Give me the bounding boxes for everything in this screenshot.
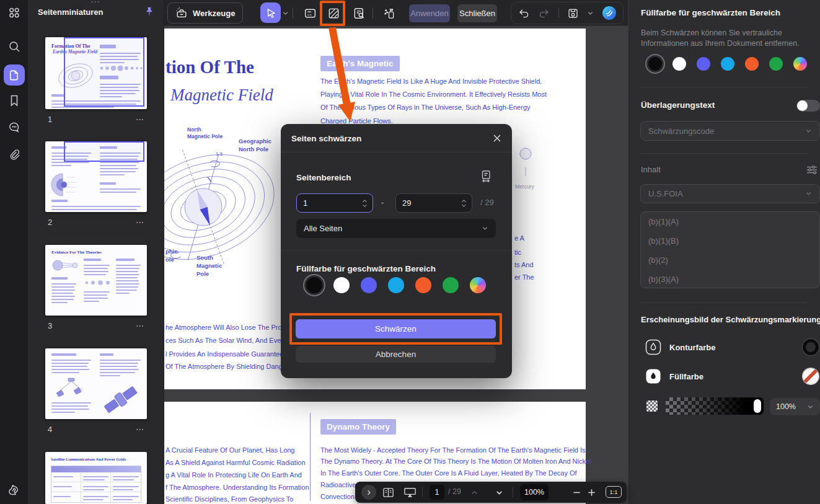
color-swatch-cyan[interactable] bbox=[388, 277, 404, 293]
page-menu-button[interactable]: ⋯ bbox=[136, 425, 144, 434]
mercury-diagram bbox=[518, 146, 534, 177]
redact-text-tool-icon[interactable] bbox=[301, 4, 319, 22]
opacity-slider-knob[interactable] bbox=[754, 399, 761, 413]
outline-color-icon bbox=[645, 339, 661, 355]
color-swatch-custom[interactable] bbox=[470, 277, 486, 293]
label-geographic-north-pole: GeographicNorth Pole bbox=[239, 138, 271, 154]
color-swatch-custom[interactable] bbox=[793, 57, 807, 71]
page-total: / 29 bbox=[448, 487, 461, 496]
dialog-title: Seiten schwärzen bbox=[291, 134, 361, 143]
reading-view-icon[interactable] bbox=[381, 486, 395, 498]
fill-color-label: Füllfarbe bbox=[669, 372, 703, 381]
apply-button[interactable]: Anwenden bbox=[409, 4, 450, 22]
save-dropdown-icon[interactable] bbox=[587, 10, 594, 17]
color-swatch-cyan[interactable] bbox=[721, 57, 734, 71]
search-icon[interactable] bbox=[7, 40, 21, 53]
color-swatch-white[interactable] bbox=[672, 57, 686, 71]
color-swatch-black[interactable] bbox=[648, 57, 662, 71]
zoom-level-input[interactable]: 100% bbox=[520, 484, 549, 500]
search-and-redact-icon[interactable] bbox=[350, 4, 368, 22]
page-thumbnail-5[interactable]: Satellite Communications And Power Grids bbox=[45, 452, 147, 504]
sanitize-document-icon[interactable] bbox=[380, 4, 397, 22]
viewport-indicator[interactable] bbox=[64, 37, 144, 107]
content-preset-dropdown[interactable]: U.S.FOIA bbox=[640, 184, 820, 203]
opacity-icon bbox=[646, 400, 658, 412]
color-swatch-green[interactable] bbox=[769, 57, 783, 71]
cancel-button[interactable]: Abbrechen bbox=[296, 346, 496, 363]
color-swatch-white[interactable] bbox=[333, 277, 350, 293]
chevron-down-icon bbox=[482, 225, 488, 232]
ai-assistant-icon[interactable] bbox=[602, 6, 617, 20]
page-number-input[interactable]: 1 bbox=[430, 485, 444, 500]
bottom-status-bar: 1 / 29 100% 1:1 bbox=[355, 482, 627, 503]
redo-icon[interactable] bbox=[538, 7, 550, 19]
comments-icon[interactable] bbox=[7, 121, 20, 134]
page-thumbnail-3[interactable]: Evidence For The Theories bbox=[45, 245, 147, 330]
doc-text-fragment: Of The Atmosphere By Shielding Dangerous bbox=[165, 363, 299, 370]
pdf-editor-window: ⋯ Seitenminiaturen Formation Of The Eart… bbox=[0, 0, 820, 504]
apply-button-label: Anwenden bbox=[410, 9, 448, 18]
page-menu-button[interactable]: ⋯ bbox=[136, 321, 144, 330]
color-swatch-orange[interactable] bbox=[415, 277, 431, 293]
page-thumbnails-icon[interactable] bbox=[4, 64, 25, 86]
panel-drag-handle[interactable]: ⋯ bbox=[90, 0, 101, 7]
redaction-code-item[interactable]: (b)(1)(B) bbox=[641, 231, 819, 250]
presentation-mode-icon[interactable] bbox=[402, 486, 417, 498]
app-menu-icon[interactable] bbox=[7, 6, 20, 19]
top-toolbar: Werkzeuge bbox=[164, 0, 628, 26]
zoom-in-icon[interactable] bbox=[586, 487, 597, 498]
viewport-indicator[interactable] bbox=[64, 141, 144, 162]
page-range-mode-icon[interactable] bbox=[479, 169, 493, 183]
color-swatch-green[interactable] bbox=[443, 277, 459, 293]
page-thumbnail-1[interactable]: Formation Of The Earth's Magnetic Field bbox=[45, 37, 147, 124]
thumbnail-content: Satellite Communications And Power Grids bbox=[45, 452, 147, 504]
redaction-code-item[interactable]: (b)(1)(A) bbox=[641, 212, 819, 231]
stepper-arrows-icon[interactable] bbox=[461, 199, 467, 208]
page-number: 2 bbox=[48, 218, 52, 227]
color-swatch-orange[interactable] bbox=[745, 57, 759, 71]
doc-heading-tag: Dynamo Theory bbox=[320, 419, 396, 435]
overlay-text-toggle[interactable] bbox=[796, 100, 820, 112]
range-dash: - bbox=[381, 198, 384, 207]
color-swatch-purple[interactable] bbox=[361, 277, 377, 293]
dialog-fill-color-swatch-row bbox=[306, 277, 497, 293]
panel-description: Beim Schwärzen können Sie vertrauliche bbox=[641, 29, 782, 37]
outline-color-swatch[interactable] bbox=[803, 339, 819, 355]
page-menu-button[interactable]: ⋯ bbox=[136, 218, 144, 227]
attachments-icon[interactable] bbox=[7, 148, 20, 161]
undo-icon[interactable] bbox=[518, 7, 530, 19]
bookmarks-icon[interactable] bbox=[8, 94, 20, 107]
zoom-out-icon[interactable] bbox=[571, 487, 582, 498]
redaction-code-item[interactable]: (b)(2) bbox=[641, 250, 819, 270]
dialog-close-icon[interactable] bbox=[492, 133, 503, 144]
page-to-input[interactable] bbox=[396, 198, 449, 208]
actual-size-icon[interactable]: 1:1 bbox=[606, 486, 622, 498]
opacity-value: 100% bbox=[776, 402, 796, 411]
next-page-icon[interactable] bbox=[495, 489, 503, 497]
previous-page-icon[interactable] bbox=[470, 489, 478, 497]
page-menu-button[interactable]: ⋯ bbox=[136, 115, 144, 124]
page-thumbnail-2[interactable]: 2 ⋯ bbox=[45, 141, 147, 227]
expand-statusbar-icon[interactable] bbox=[361, 485, 376, 500]
opacity-value-dropdown[interactable]: 100% bbox=[770, 398, 820, 415]
thumbnail-content bbox=[45, 348, 147, 419]
pin-panel-icon[interactable] bbox=[144, 6, 155, 17]
select-tool-button[interactable] bbox=[260, 2, 281, 23]
color-swatch-purple[interactable] bbox=[697, 57, 710, 71]
close-redaction-button[interactable]: Schließen bbox=[457, 4, 497, 22]
fill-color-none-swatch[interactable] bbox=[803, 368, 819, 384]
redaction-code-item[interactable]: (b)(3)(A) bbox=[641, 270, 819, 288]
redaction-code-dropdown[interactable]: Schwärzungscode bbox=[640, 121, 820, 141]
stepper-arrows-icon[interactable] bbox=[362, 199, 368, 208]
outline-color-label: Konturfarbe bbox=[669, 343, 715, 352]
page-thumbnail-4[interactable]: 4 ⋯ bbox=[45, 348, 147, 434]
page-scope-dropdown[interactable]: Alle Seiten bbox=[296, 219, 496, 238]
save-icon[interactable] bbox=[567, 7, 579, 19]
page-from-input[interactable] bbox=[297, 198, 350, 208]
tools-button[interactable]: Werkzeuge bbox=[167, 2, 243, 24]
opacity-slider[interactable] bbox=[666, 397, 764, 415]
color-swatch-black[interactable] bbox=[306, 277, 322, 293]
select-tool-dropdown-icon[interactable] bbox=[281, 8, 289, 18]
content-label: Inhalt bbox=[641, 165, 661, 174]
content-settings-icon[interactable] bbox=[806, 164, 818, 176]
